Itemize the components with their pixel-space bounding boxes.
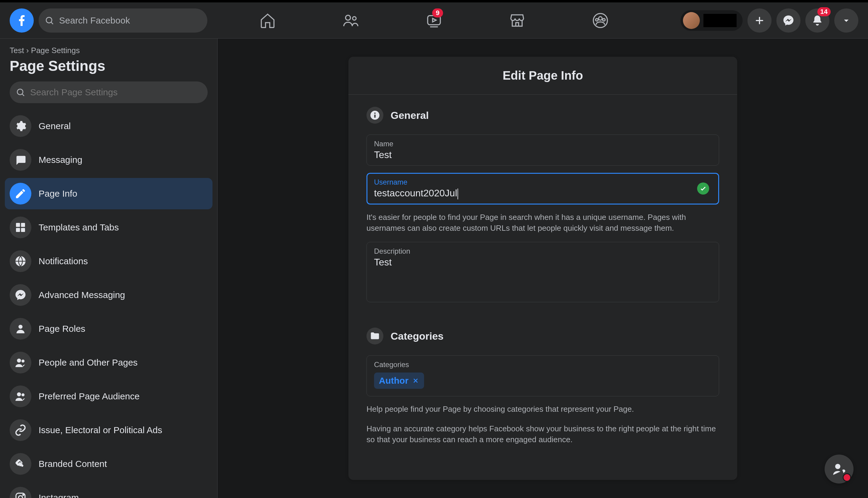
svg-point-5 [599,17,602,20]
friends-icon [342,12,359,29]
field-label: Username [374,178,711,186]
globe-icon [10,250,31,272]
chevron-down-icon [841,15,852,26]
section-general-header: General [366,107,719,124]
breadcrumb-current: Page Settings [31,46,80,55]
nav-groups[interactable] [561,4,639,37]
description-field[interactable]: Description Test [366,242,719,302]
facebook-logo[interactable] [10,9,34,32]
groups-icon [592,12,609,29]
messenger-icon [10,284,31,306]
global-search[interactable] [39,9,207,32]
svg-point-1 [346,15,351,20]
support-fab[interactable] [825,455,854,484]
name-field[interactable]: Name Test [366,134,719,166]
svg-point-14 [18,325,22,329]
svg-rect-11 [16,228,20,232]
sidebar-item-label: Issue, Electoral or Political Ads [39,425,162,435]
svg-point-16 [22,359,24,363]
search-icon [45,16,54,25]
svg-rect-10 [21,223,25,227]
svg-rect-12 [21,228,25,232]
nav-watch[interactable]: 9 [395,4,473,37]
avatar [683,12,700,29]
sidebar-item-people-pages[interactable]: People and Other Pages [5,347,213,378]
bell-icon [811,14,823,27]
chat-icon [10,149,31,171]
profile-button[interactable] [680,10,743,31]
sidebar-item-instagram[interactable]: Instagram [5,482,213,498]
sidebar-item-label: Messaging [39,155,82,165]
field-value: Test [374,149,711,160]
instagram-icon [10,487,31,498]
field-value: testaccount2020Jul [374,188,711,199]
nav-friends[interactable] [312,4,390,37]
sidebar-item-templates[interactable]: Templates and Tabs [5,212,213,243]
edit-page-info-card: Edit Page Info General Name Test Userna [349,57,737,480]
header-right: 14 [680,9,858,32]
handshake-icon [10,453,31,475]
field-label: Categories [374,361,711,369]
svg-point-2 [353,17,356,20]
check-icon [697,183,709,195]
svg-point-0 [46,17,52,23]
svg-point-18 [22,393,24,396]
svg-point-7 [602,18,605,21]
sidebar-search-input[interactable] [30,87,202,97]
svg-point-15 [17,359,21,363]
messenger-icon [783,14,795,27]
breadcrumb-root[interactable]: Test [10,46,24,55]
sidebar-search[interactable] [10,81,208,103]
text-cursor [458,188,458,199]
plus-icon [754,15,765,26]
chip-remove-button[interactable] [412,377,419,384]
global-search-input[interactable] [59,15,201,26]
account-menu-button[interactable] [834,9,858,32]
sidebar-item-branded-content[interactable]: Branded Content [5,448,213,480]
breadcrumb: Test › Page Settings [5,46,213,55]
person-icon [10,318,31,340]
field-label: Description [374,247,711,255]
svg-point-21 [23,494,24,495]
gear-icon [10,115,31,137]
sidebar-item-label: People and Other Pages [39,357,138,368]
section-categories-header: Categories [366,328,719,344]
sidebar-item-general[interactable]: General [5,110,213,142]
notifications-button[interactable]: 14 [805,9,829,32]
sidebar-item-audience[interactable]: Preferred Page Audience [5,381,213,412]
sidebar-item-label: General [39,121,71,131]
sidebar-item-page-roles[interactable]: Page Roles [5,313,213,344]
pencil-icon [10,183,31,205]
create-button[interactable] [747,9,772,32]
chip-label: Author [379,376,408,386]
profile-name [703,14,736,27]
categories-help-text-1: Help people find your Page by choosing c… [366,404,719,415]
people-icon [10,352,31,374]
watch-badge: 9 [432,9,443,17]
section-title: Categories [391,330,444,342]
username-field[interactable]: Username testaccount2020Jul [366,173,719,205]
main-content: Edit Page Info General Name Test Userna [218,39,868,498]
sidebar-item-label: Instagram [39,493,79,498]
categories-field[interactable]: Categories Author [366,355,719,396]
nav-marketplace[interactable] [478,4,556,37]
nav-home[interactable] [229,4,307,37]
folder-icon [366,328,383,344]
messenger-button[interactable] [776,9,800,32]
sidebar-item-label: Advanced Messaging [39,290,125,300]
page-title: Page Settings [5,55,213,81]
category-chip: Author [374,372,424,389]
info-icon [366,107,383,124]
sidebar-item-label: Page Info [39,188,77,199]
fab-badge [843,473,851,482]
grid-icon [10,217,31,238]
sidebar-item-messaging[interactable]: Messaging [5,144,213,175]
sidebar-item-page-info[interactable]: Page Info [5,178,213,209]
sidebar-item-advanced-messaging[interactable]: Advanced Messaging [5,279,213,311]
people-icon [10,385,31,407]
svg-point-17 [17,392,21,396]
field-value: Test [374,257,711,268]
sidebar-item-notifications[interactable]: Notifications [5,246,213,277]
sidebar-item-political-ads[interactable]: Issue, Electoral or Political Ads [5,415,213,446]
sidebar-item-label: Page Roles [39,324,85,334]
